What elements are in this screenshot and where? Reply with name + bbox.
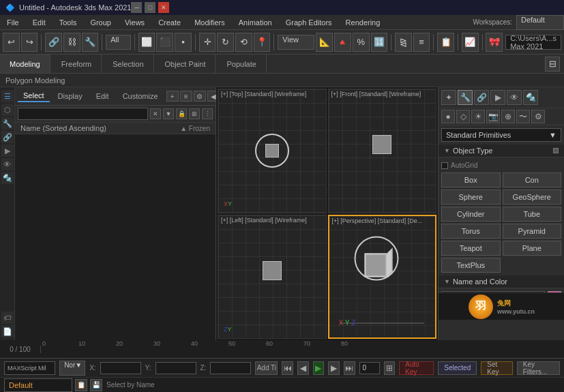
autokey-btn[interactable]: Auto Key: [399, 361, 434, 375]
utilities-icon[interactable]: 🔩: [1, 172, 14, 184]
search-more-btn[interactable]: ⋮: [202, 108, 213, 119]
create-icon[interactable]: ⬡: [1, 104, 14, 116]
tab-selection[interactable]: Selection: [103, 55, 153, 73]
place-button[interactable]: 📍: [254, 33, 271, 52]
maxscript-area[interactable]: MAXScript Mil: [4, 361, 55, 375]
redo-button[interactable]: ↪: [21, 33, 38, 52]
unlink-button[interactable]: ⛓: [63, 33, 80, 52]
name-color-section-header[interactable]: ▼ Name and Color: [439, 275, 564, 288]
obj-btn-textplus[interactable]: TextPlus: [441, 258, 501, 273]
menu-edit[interactable]: Edit: [26, 15, 53, 29]
workspace-selector[interactable]: Default: [516, 15, 564, 30]
menu-graph-editors[interactable]: Graph Editors: [279, 15, 339, 29]
scene-filter-btn[interactable]: ≡: [180, 91, 192, 102]
link-button[interactable]: 🔗: [45, 33, 62, 52]
go-end-btn[interactable]: ⏭: [344, 361, 355, 375]
obj-btn-plane[interactable]: Plane: [503, 241, 562, 256]
layer-selector[interactable]: Default: [4, 378, 72, 392]
align-button[interactable]: ≡: [413, 33, 430, 52]
viewport-left[interactable]: [+] [Left] [Standard] [Wireframe] ZY: [218, 215, 327, 340]
set-key-btn[interactable]: Set Key: [481, 361, 513, 375]
hierarchy-icon[interactable]: 🔗: [1, 131, 14, 143]
cameras-icon[interactable]: 📷: [486, 110, 500, 123]
obj-btn-sphere[interactable]: Sphere: [441, 190, 501, 205]
mirror-button[interactable]: ⧎: [395, 33, 412, 52]
z-input[interactable]: [210, 362, 251, 374]
norm-dropdown[interactable]: Nor▼: [59, 361, 85, 376]
search-cols-btn[interactable]: ⊞: [189, 108, 200, 119]
search-filter-btn[interactable]: ▼: [163, 108, 174, 119]
section-pin-icon[interactable]: [553, 148, 559, 153]
display-tab-icon[interactable]: 👁: [507, 90, 522, 105]
obj-btn-cone[interactable]: Con: [503, 172, 562, 187]
menu-tools[interactable]: Tools: [53, 15, 84, 29]
select-region-button[interactable]: ⬛: [156, 33, 173, 52]
modify-icon[interactable]: 🔧: [1, 117, 14, 130]
scene-tab-customize[interactable]: Customize: [117, 91, 164, 102]
bind-button[interactable]: 🔧: [82, 33, 99, 52]
scene-tab-display[interactable]: Display: [53, 91, 88, 102]
menu-file[interactable]: File: [0, 15, 26, 29]
percent-snap[interactable]: %: [353, 33, 370, 52]
create-tab-icon[interactable]: ✦: [441, 90, 456, 105]
menu-animation[interactable]: Animation: [232, 15, 279, 29]
viewport-front[interactable]: [+] [Front] [Standard] [Wireframe]: [328, 89, 437, 213]
autogrid-checkbox[interactable]: [441, 162, 448, 169]
display-icon[interactable]: 👁: [1, 158, 14, 170]
ribbon-button[interactable]: 🎀: [486, 33, 503, 52]
snap-toggle[interactable]: 📐: [316, 33, 333, 52]
play-btn[interactable]: ▶: [313, 361, 325, 375]
viewport-top[interactable]: [+] [Top] [Standard] [Wireframe] XY: [218, 89, 327, 213]
search-input[interactable]: [18, 108, 148, 120]
angle-snap[interactable]: 🔺: [334, 33, 351, 52]
tab-modeling[interactable]: Modeling: [0, 55, 50, 73]
menu-create[interactable]: Create: [151, 15, 188, 29]
tab-populate[interactable]: Populate: [217, 55, 266, 73]
scene-settings-btn[interactable]: ⚙: [194, 91, 206, 102]
obj-btn-cylinder[interactable]: Cylinder: [441, 207, 501, 222]
spacewarps-icon[interactable]: 〜: [516, 110, 530, 123]
rotate-button[interactable]: ↻: [217, 33, 234, 52]
spinner-snap[interactable]: 🔢: [371, 33, 388, 52]
collapse-ribbon-btn[interactable]: ⊟: [545, 57, 560, 72]
prev-frame-btn[interactable]: ◀: [297, 361, 309, 375]
modify-tab-icon[interactable]: 🔧: [458, 90, 473, 105]
frame-input[interactable]: [359, 362, 380, 374]
layer-icon[interactable]: 📄: [1, 325, 14, 337]
motion-tab-icon[interactable]: ▶: [490, 90, 505, 105]
timeline-ruler[interactable]: 0 / 100 0 10 20 30 40 50 60 70 80: [0, 340, 564, 358]
menu-modifiers[interactable]: Modifiers: [188, 15, 232, 29]
undo-button[interactable]: ↩: [3, 33, 20, 52]
layer-save-btn[interactable]: 💾: [90, 379, 102, 391]
minimize-button[interactable]: ─: [131, 2, 142, 13]
curve-editor[interactable]: 📈: [462, 33, 479, 52]
key-filters-btn[interactable]: Key Filters...: [517, 361, 560, 375]
y-input[interactable]: [155, 362, 196, 374]
motion-icon[interactable]: ▶: [1, 145, 14, 157]
move-button[interactable]: ✛: [199, 33, 216, 52]
utilities-tab-icon[interactable]: 🔩: [523, 90, 538, 105]
maximize-button[interactable]: □: [145, 2, 155, 13]
select-crossing-button[interactable]: ▪: [175, 33, 192, 52]
menu-views[interactable]: Views: [118, 15, 151, 29]
x-input[interactable]: [100, 362, 141, 374]
scale-button[interactable]: ⟲: [235, 33, 252, 52]
menu-rendering[interactable]: Rendering: [339, 15, 387, 29]
time-config-btn[interactable]: ⊞: [384, 361, 396, 375]
shapes-icon[interactable]: ◇: [456, 110, 470, 123]
viewport-perspective[interactable]: [+] [Perspective] [Standard] [De... X: [328, 215, 437, 340]
systems-icon[interactable]: ⚙: [531, 110, 545, 123]
go-start-btn[interactable]: ⏮: [282, 361, 293, 375]
search-lock-btn[interactable]: 🔒: [176, 108, 187, 119]
menu-group[interactable]: Group: [83, 15, 118, 29]
obj-btn-box[interactable]: Box: [441, 172, 501, 187]
layer-mgr-btn[interactable]: 📋: [75, 379, 87, 391]
filter-dropdown[interactable]: All: [106, 35, 131, 50]
scene-explorer-icon[interactable]: ☰: [1, 90, 14, 102]
tab-object-paint[interactable]: Object Paint: [155, 55, 216, 73]
add-time-btn[interactable]: Add Ti: [255, 361, 278, 375]
obj-btn-pyramid[interactable]: Pyramid: [503, 224, 562, 239]
layer-mgr[interactable]: 📋: [437, 33, 454, 52]
obj-btn-tube[interactable]: Tube: [503, 207, 562, 222]
geometry-icon[interactable]: ●: [441, 110, 455, 123]
